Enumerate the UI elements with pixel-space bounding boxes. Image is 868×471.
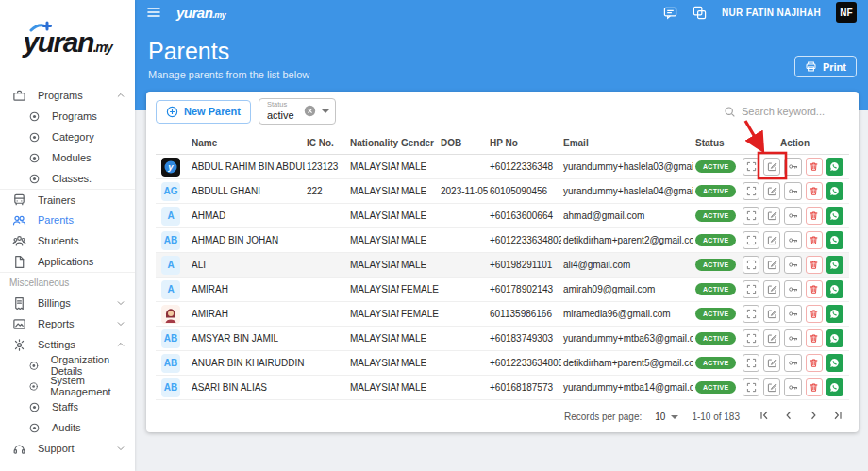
edit-button[interactable]: [763, 207, 780, 225]
view-button[interactable]: [743, 158, 760, 176]
sidebar-item-reports[interactable]: Reports: [0, 313, 135, 334]
reset-password-button[interactable]: [784, 305, 801, 323]
print-button[interactable]: Print: [794, 56, 857, 77]
sidebar-subitem-programs[interactable]: Programs: [0, 106, 135, 126]
cell-gender: MALE: [399, 179, 439, 204]
translate-icon[interactable]: [693, 6, 707, 20]
sidebar-item-trainers[interactable]: Trainers: [0, 189, 135, 210]
delete-button[interactable]: [806, 256, 823, 274]
prev-page-button[interactable]: [781, 410, 796, 425]
edit-button[interactable]: [763, 329, 780, 347]
key-icon: [788, 186, 798, 196]
edit-button[interactable]: [763, 182, 780, 200]
edit-button[interactable]: [763, 231, 780, 249]
view-button[interactable]: [743, 280, 760, 298]
sidebar-subitem-organization-details[interactable]: Organization Details: [0, 355, 135, 376]
reset-password-button[interactable]: [784, 378, 801, 396]
user-avatar[interactable]: NF: [836, 2, 857, 23]
sidebar-item-applications[interactable]: Applications: [0, 251, 135, 272]
delete-button[interactable]: [806, 158, 823, 176]
sidebar-subitem-staffs[interactable]: Staffs: [0, 396, 135, 417]
whatsapp-button[interactable]: [826, 256, 843, 274]
edit-button[interactable]: [763, 378, 780, 396]
delete-button[interactable]: [806, 207, 823, 225]
edit-button[interactable]: [763, 305, 780, 323]
parent-avatar: A: [161, 207, 180, 226]
edit-icon: [767, 210, 777, 221]
view-button[interactable]: [743, 354, 760, 372]
row-actions: [743, 182, 847, 200]
reset-password-button[interactable]: [784, 280, 801, 298]
reset-password-button[interactable]: [784, 231, 801, 249]
sidebar-item-billings[interactable]: Billings: [0, 293, 135, 313]
whatsapp-button[interactable]: [826, 329, 843, 347]
delete-button[interactable]: [806, 378, 823, 396]
view-button[interactable]: [743, 378, 760, 396]
cell-ic: [305, 302, 348, 327]
last-page-button[interactable]: [830, 410, 845, 425]
delete-button[interactable]: [806, 231, 823, 249]
edit-button[interactable]: [763, 280, 780, 298]
cell-nationality: MALAYSIAN: [348, 179, 399, 204]
view-button[interactable]: [743, 256, 760, 274]
view-button[interactable]: [743, 329, 760, 347]
row-actions: [743, 378, 847, 396]
sidebar-subitem-category[interactable]: Category: [0, 126, 135, 147]
page: yuran.my ProgramsProgramsCategoryModules…: [0, 0, 868, 471]
reset-password-button[interactable]: [784, 329, 801, 347]
reset-password-button[interactable]: [784, 256, 801, 274]
menu-icon[interactable]: [146, 5, 161, 20]
clear-filter-icon[interactable]: [304, 105, 316, 117]
view-button[interactable]: [743, 207, 760, 225]
records-per-page-select[interactable]: 10: [655, 412, 678, 422]
cell-dob: [439, 327, 488, 351]
search-input[interactable]: [742, 106, 845, 117]
delete-button[interactable]: [806, 329, 823, 347]
edit-button[interactable]: [763, 256, 780, 274]
whatsapp-button[interactable]: [826, 158, 843, 176]
next-page-button[interactable]: [806, 410, 821, 425]
status-badge: ACTIVE: [695, 160, 736, 173]
whatsapp-button[interactable]: [826, 354, 843, 372]
sidebar-item-support[interactable]: Support: [0, 438, 135, 459]
status-filter-value: active: [267, 109, 294, 121]
radio-icon: [28, 110, 41, 123]
sidebar-subitem-classes[interactable]: Classes.: [0, 168, 135, 189]
status-filter[interactable]: Status active: [259, 98, 336, 124]
sidebar-item-parents[interactable]: Parents: [0, 210, 135, 230]
sidebar-subitem-audits[interactable]: Audits: [0, 417, 135, 438]
whatsapp-button[interactable]: [826, 305, 843, 323]
sidebar-item-programs[interactable]: Programs: [0, 85, 135, 106]
reset-password-button[interactable]: [784, 158, 801, 176]
whatsapp-button[interactable]: [826, 378, 843, 396]
edit-button[interactable]: [763, 354, 780, 372]
delete-button[interactable]: [806, 280, 823, 298]
whatsapp-button[interactable]: [826, 207, 843, 225]
sidebar-subitem-modules[interactable]: Modules: [0, 147, 135, 168]
delete-button[interactable]: [806, 305, 823, 323]
sidebar-subitem-system-management[interactable]: System Management: [0, 376, 135, 396]
whatsapp-button[interactable]: [826, 231, 843, 249]
dropdown-caret-icon[interactable]: [322, 109, 329, 113]
delete-button[interactable]: [806, 354, 823, 372]
chevron-left-icon: [783, 410, 794, 421]
delete-icon: [809, 333, 819, 344]
reset-password-button[interactable]: [784, 207, 801, 225]
edit-button[interactable]: [763, 158, 780, 176]
sidebar-item-students[interactable]: Students: [0, 230, 135, 251]
view-button[interactable]: [743, 231, 760, 249]
sidebar-item-settings[interactable]: Settings: [0, 334, 135, 355]
chat-icon[interactable]: [663, 6, 677, 20]
view-button[interactable]: [743, 305, 760, 323]
user-name[interactable]: NUR FATIN NAJIHAH: [722, 8, 821, 18]
first-page-button[interactable]: [757, 410, 772, 425]
whatsapp-button[interactable]: [826, 182, 843, 200]
new-parent-button[interactable]: New Parent: [156, 100, 251, 124]
chevron-down-icon: [116, 319, 125, 328]
status-badge: ACTIVE: [695, 185, 736, 197]
reset-password-button[interactable]: [784, 182, 801, 200]
whatsapp-button[interactable]: [826, 280, 843, 298]
delete-button[interactable]: [806, 182, 823, 200]
reset-password-button[interactable]: [784, 354, 801, 372]
view-button[interactable]: [743, 182, 760, 200]
